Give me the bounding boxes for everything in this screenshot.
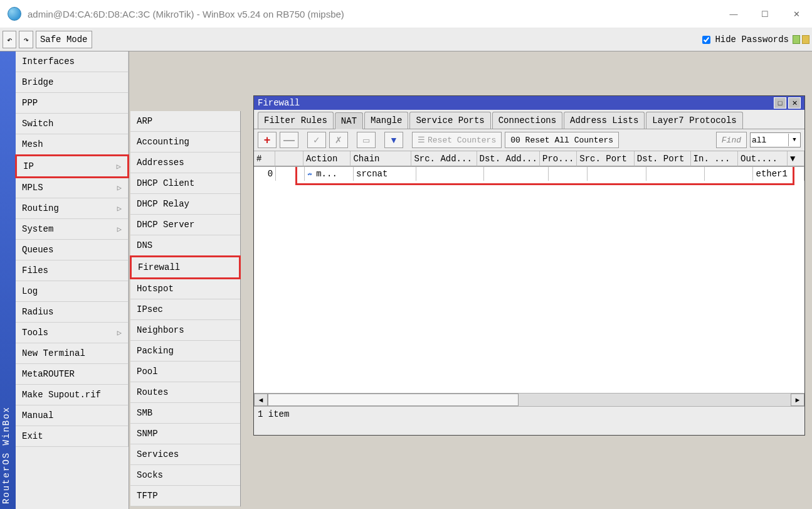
column-header[interactable]	[275, 151, 303, 166]
chevron-right-icon: ▷	[117, 183, 122, 193]
column-header[interactable]: In. ...	[691, 151, 738, 166]
disable-button[interactable]: ✗	[329, 132, 348, 148]
menu-label: Log	[22, 286, 38, 296]
comment-button[interactable]: ▭	[357, 132, 376, 148]
reset-all-counters-button[interactable]: 00 Reset All Counters	[505, 132, 619, 148]
main-menu: InterfacesBridgePPPSwitchMeshIP▷MPLS▷Rou…	[16, 51, 129, 509]
filter-dropdown[interactable]: ▼	[750, 132, 801, 147]
menu-item-queues[interactable]: Queues	[16, 240, 129, 260]
submenu-item-dns[interactable]: DNS	[130, 235, 240, 256]
menu-item-manual[interactable]: Manual	[16, 405, 129, 426]
submenu-item-arp[interactable]: ARP	[130, 111, 240, 132]
submenu-item-addresses[interactable]: Addresses	[130, 153, 240, 173]
scroll-left-button[interactable]: ◄	[254, 394, 268, 406]
filter-input[interactable]	[751, 136, 788, 145]
column-header[interactable]: Dst. Port	[635, 151, 691, 166]
menu-label: Files	[22, 265, 48, 276]
menu-item-make-supout-rif[interactable]: Make Supout.rif	[16, 385, 129, 405]
submenu-item-socks[interactable]: Socks	[130, 465, 240, 486]
cell: 0	[254, 167, 276, 181]
menu-item-radius[interactable]: Radius	[16, 302, 129, 323]
submenu-item-ipsec[interactable]: IPsec	[130, 299, 240, 320]
menu-item-exit[interactable]: Exit	[16, 426, 129, 447]
column-header[interactable]: Dst. Add...	[477, 151, 540, 166]
vertical-brand-strip: RouterOS WinBox	[0, 51, 16, 509]
undo-button[interactable]: ↶	[3, 31, 16, 48]
hide-passwords-checkbox[interactable]: Hide Passwords	[700, 34, 789, 46]
column-header[interactable]: #	[254, 151, 275, 166]
column-menu-button[interactable]: ▼	[788, 151, 804, 166]
submenu-item-dhcp-server[interactable]: DHCP Server	[130, 215, 240, 235]
column-header[interactable]: Out....	[738, 151, 788, 166]
enable-button[interactable]: ✓	[307, 132, 326, 148]
menu-label: MetaROUTER	[22, 369, 75, 379]
firewall-titlebar[interactable]: Firewall □ ✕	[254, 96, 804, 110]
scroll-track[interactable]	[268, 394, 791, 406]
menu-label: Radius	[22, 307, 53, 317]
menu-item-log[interactable]: Log	[16, 281, 129, 302]
menu-item-switch[interactable]: Switch	[16, 114, 129, 134]
tab-filter-rules[interactable]: Filter Rules	[258, 112, 334, 129]
column-header[interactable]: Src. Add...	[411, 151, 477, 166]
firewall-title: Firewall	[258, 98, 772, 108]
submenu-item-packing[interactable]: Packing	[130, 341, 240, 362]
find-button[interactable]: Find	[716, 132, 747, 148]
submenu-item-dhcp-relay[interactable]: DHCP Relay	[130, 194, 240, 215]
column-header[interactable]: Src. Port	[577, 151, 635, 166]
tab-address-lists[interactable]: Address Lists	[564, 112, 645, 129]
add-button[interactable]: +	[258, 132, 277, 148]
submenu-item-services[interactable]: Services	[130, 444, 240, 465]
tab-service-ports[interactable]: Service Ports	[409, 112, 490, 129]
redo-button[interactable]: ↷	[19, 31, 33, 48]
window-maximize[interactable]: ☐	[749, 3, 781, 24]
submenu-item-hotspot[interactable]: Hotspot	[130, 279, 240, 299]
menu-label: MPLS	[22, 183, 43, 193]
remove-button[interactable]: —	[280, 132, 298, 148]
menu-item-files[interactable]: Files	[16, 260, 129, 281]
submenu-item-tftp[interactable]: TFTP	[130, 486, 240, 506]
menu-item-metarouter[interactable]: MetaROUTER	[16, 364, 129, 385]
submenu-item-firewall[interactable]: Firewall	[130, 255, 241, 279]
menu-item-mpls[interactable]: MPLS▷	[16, 178, 129, 198]
window-minimize[interactable]: —	[718, 3, 749, 24]
column-header[interactable]: Pro...	[540, 151, 577, 166]
submenu-item-pool[interactable]: Pool	[130, 362, 240, 382]
column-header[interactable]: Chain	[351, 151, 411, 166]
chevron-right-icon: ▷	[117, 162, 121, 171]
horizontal-scrollbar[interactable]: ◄ ►	[254, 393, 804, 406]
lock-green-icon	[793, 35, 800, 44]
reset-counters-button[interactable]: ☰Reset Counters	[412, 132, 502, 148]
menu-item-ip[interactable]: IP▷	[15, 154, 129, 178]
submenu-item-snmp[interactable]: SNMP	[130, 424, 240, 444]
scroll-thumb[interactable]	[268, 394, 519, 406]
firewall-maximize[interactable]: □	[774, 97, 786, 109]
menu-item-routing[interactable]: Routing▷	[16, 198, 129, 219]
submenu-item-routes[interactable]: Routes	[130, 382, 240, 403]
column-header[interactable]: Action	[303, 151, 351, 166]
tab-nat[interactable]: NAT	[335, 112, 363, 129]
firewall-window: Firewall □ ✕ Filter RulesNATMangleServic…	[253, 95, 805, 436]
menu-item-new-terminal[interactable]: New Terminal	[16, 343, 129, 364]
safe-mode-button[interactable]: Safe Mode	[36, 31, 92, 48]
menu-label: IP	[23, 161, 34, 171]
menu-item-bridge[interactable]: Bridge	[16, 72, 129, 93]
window-close[interactable]: ✕	[781, 3, 812, 24]
menu-label: Manual	[22, 410, 53, 421]
menu-item-ppp[interactable]: PPP	[16, 93, 129, 114]
tab-mangle[interactable]: Mangle	[364, 112, 408, 129]
menu-item-interfaces[interactable]: Interfaces	[16, 51, 129, 72]
submenu-item-smb[interactable]: SMB	[130, 403, 240, 424]
tab-layer7-protocols[interactable]: Layer7 Protocols	[646, 112, 742, 129]
filter-button[interactable]: ▼	[384, 132, 403, 148]
submenu-item-accounting[interactable]: Accounting	[130, 132, 240, 153]
scroll-right-button[interactable]: ►	[791, 394, 804, 406]
menu-item-system[interactable]: System▷	[16, 219, 129, 240]
submenu-item-dhcp-client[interactable]: DHCP Client	[130, 173, 240, 194]
menu-item-tools[interactable]: Tools▷	[16, 323, 129, 343]
hide-passwords-input[interactable]	[702, 36, 710, 44]
submenu-item-neighbors[interactable]: Neighbors	[130, 320, 240, 341]
menu-item-mesh[interactable]: Mesh	[16, 134, 129, 155]
firewall-close[interactable]: ✕	[788, 97, 801, 109]
tab-connections[interactable]: Connections	[492, 112, 562, 129]
filter-arrow-icon[interactable]: ▼	[788, 134, 800, 146]
